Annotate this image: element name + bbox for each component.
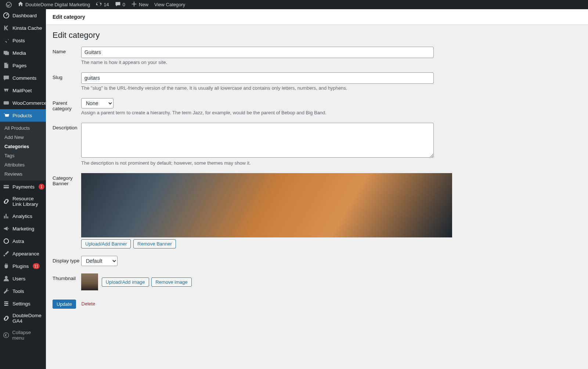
wrench-icon	[3, 288, 10, 294]
comments-count: 0	[123, 2, 125, 7]
sidebar-item-media[interactable]: Media	[0, 47, 46, 59]
sidebar-item-resource-link[interactable]: Resource Link Library	[0, 193, 46, 210]
upload-image-button[interactable]: Upload/Add image	[102, 277, 149, 287]
badge: 1	[39, 184, 44, 190]
plus-icon	[131, 1, 137, 8]
submenu-reviews[interactable]: Reviews	[0, 169, 46, 179]
name-label: Name	[53, 47, 81, 54]
update-button[interactable]: Update	[53, 300, 76, 309]
products-icon	[3, 112, 10, 119]
sidebar-item-tools[interactable]: Tools	[0, 285, 46, 297]
submenu-add-new[interactable]: Add New	[0, 133, 46, 142]
sidebar-item-woocommerce[interactable]: WooCommerce	[0, 97, 46, 109]
brush-icon	[3, 250, 10, 257]
sidebar-item-analytics[interactable]: Analytics	[0, 210, 46, 222]
site-name: DoubleDome Digital Marketing	[25, 2, 90, 7]
banner-image	[81, 173, 452, 237]
banner-label: Category Banner	[53, 173, 81, 186]
svg-point-8	[5, 303, 6, 304]
products-submenu: All Products Add New Categories Tags Att…	[0, 122, 46, 180]
new-label: New	[139, 2, 148, 7]
comment-icon	[3, 75, 10, 81]
breadcrumb: Edit category	[46, 9, 588, 25]
delete-link[interactable]: Delete	[82, 301, 95, 307]
user-icon	[3, 275, 10, 282]
menu-label: DoubleDome GA4	[12, 313, 43, 314]
menu-label: Analytics	[12, 214, 32, 219]
sidebar-item-kinsta[interactable]: Kinsta Cache	[0, 22, 46, 34]
menu-label: Posts	[12, 38, 25, 43]
payments-icon	[3, 183, 10, 190]
sidebar-item-mailpoet[interactable]: MailPoet	[0, 84, 46, 97]
settings-icon	[3, 300, 10, 307]
page-icon	[3, 62, 10, 69]
display-label: Display type	[53, 256, 81, 264]
updates-link[interactable]: 14	[93, 0, 112, 9]
sidebar-item-ga4[interactable]: DoubleDome GA4	[0, 310, 46, 314]
mailpoet-icon	[3, 87, 10, 94]
description-textarea[interactable]	[81, 123, 434, 158]
submenu-all-products[interactable]: All Products	[0, 123, 46, 133]
admin-sidebar: Dashboard Kinsta Cache Posts Media Pages…	[0, 9, 46, 314]
menu-label: Users	[12, 276, 25, 282]
svg-rect-4	[4, 186, 9, 187]
parent-select[interactable]: None	[81, 98, 113, 108]
menu-label: Kinsta Cache	[12, 25, 42, 31]
sidebar-item-payments[interactable]: Payments 1	[0, 180, 46, 193]
menu-label: Dashboard	[12, 13, 37, 18]
view-category-link[interactable]: View Category	[151, 0, 188, 9]
menu-label: Media	[12, 50, 26, 56]
sidebar-item-users[interactable]: Users	[0, 272, 46, 285]
sidebar-item-comments[interactable]: Comments	[0, 72, 46, 84]
main-content: Edit category Edit category Name The nam…	[46, 9, 588, 314]
menu-label: Marketing	[12, 226, 34, 232]
menu-label: Payments	[12, 184, 35, 190]
site-link[interactable]: DoubleDome Digital Marketing	[15, 0, 93, 9]
sidebar-item-posts[interactable]: Posts	[0, 34, 46, 47]
submenu-attributes[interactable]: Attributes	[0, 160, 46, 169]
comments-link[interactable]: 0	[112, 0, 128, 9]
remove-banner-button[interactable]: Remove Banner	[133, 239, 176, 248]
svg-point-9	[7, 305, 8, 306]
menu-label: Pages	[12, 63, 26, 68]
menu-label: MailPoet	[12, 88, 32, 93]
home-icon	[18, 1, 24, 8]
sidebar-item-astra[interactable]: Astra	[0, 235, 46, 247]
svg-point-7	[7, 301, 8, 302]
parent-help: Assign a parent term to create a hierarc…	[81, 110, 467, 115]
menu-label: Tools	[12, 289, 24, 294]
refresh-icon	[96, 1, 102, 8]
sidebar-item-pages[interactable]: Pages	[0, 59, 46, 72]
sidebar-item-marketing[interactable]: Marketing	[0, 222, 46, 235]
remove-image-button[interactable]: Remove image	[151, 277, 191, 287]
sidebar-item-appearance[interactable]: Appearance	[0, 247, 46, 260]
pin-icon	[3, 37, 10, 44]
submenu-tags[interactable]: Tags	[0, 151, 46, 160]
wp-logo[interactable]	[3, 0, 15, 9]
media-icon	[3, 50, 10, 56]
slug-help: The "slug" is the URL-friendly version o…	[81, 85, 467, 91]
menu-label: Comments	[12, 75, 36, 81]
new-link[interactable]: New	[128, 0, 151, 9]
woocommerce-icon	[3, 100, 10, 106]
menu-label: Settings	[12, 301, 30, 307]
sidebar-item-products[interactable]: Products	[0, 109, 46, 122]
name-input[interactable]	[81, 47, 434, 58]
sidebar-item-settings[interactable]: Settings	[0, 297, 46, 310]
slug-input[interactable]	[81, 72, 434, 84]
description-help: The description is not prominent by defa…	[81, 160, 467, 166]
sidebar-item-plugins[interactable]: Plugins 11	[0, 260, 46, 272]
menu-label: Astra	[12, 239, 24, 244]
view-label: View Category	[154, 2, 185, 7]
svg-point-5	[4, 239, 9, 244]
menu-label: Appearance	[12, 251, 39, 257]
submenu-categories[interactable]: Categories	[0, 142, 46, 151]
megaphone-icon	[3, 225, 10, 232]
display-type-select[interactable]: Default	[81, 256, 118, 266]
upload-banner-button[interactable]: Upload/Add Banner	[81, 239, 131, 248]
admin-toolbar: DoubleDome Digital Marketing 14 0 New Vi…	[0, 0, 588, 9]
thumbnail-image	[81, 273, 98, 290]
menu-label: WooCommerce	[12, 100, 46, 106]
analytics-icon	[3, 213, 10, 219]
sidebar-item-dashboard[interactable]: Dashboard	[0, 9, 46, 22]
